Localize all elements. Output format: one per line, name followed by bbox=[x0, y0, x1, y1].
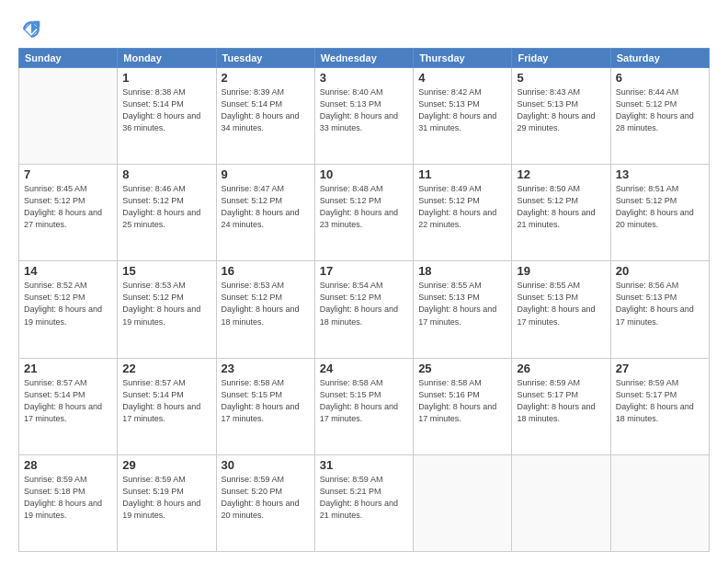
calendar-cell bbox=[512, 454, 610, 551]
day-number: 10 bbox=[320, 167, 408, 181]
calendar-cell bbox=[610, 454, 709, 551]
calendar-cell: 1 Sunrise: 8:38 AM Sunset: 5:14 PM Dayli… bbox=[118, 68, 216, 165]
calendar-cell: 24 Sunrise: 8:58 AM Sunset: 5:15 PM Dayl… bbox=[314, 358, 413, 454]
calendar-cell: 13 Sunrise: 8:51 AM Sunset: 5:12 PM Dayl… bbox=[610, 165, 709, 261]
calendar-cell: 23 Sunrise: 8:58 AM Sunset: 5:15 PM Dayl… bbox=[216, 358, 314, 454]
day-number: 31 bbox=[320, 458, 408, 472]
calendar-cell: 16 Sunrise: 8:53 AM Sunset: 5:12 PM Dayl… bbox=[216, 261, 314, 358]
calendar-table: SundayMondayTuesdayWednesdayThursdayFrid… bbox=[18, 48, 710, 552]
day-info: Sunrise: 8:39 AM Sunset: 5:14 PM Dayligh… bbox=[222, 86, 310, 134]
calendar-cell: 28 Sunrise: 8:59 AM Sunset: 5:18 PM Dayl… bbox=[19, 454, 118, 551]
day-number: 20 bbox=[616, 264, 704, 278]
calendar-cell: 3 Sunrise: 8:40 AM Sunset: 5:13 PM Dayli… bbox=[314, 68, 413, 165]
calendar-cell: 5 Sunrise: 8:43 AM Sunset: 5:13 PM Dayli… bbox=[512, 68, 610, 165]
calendar-cell: 8 Sunrise: 8:46 AM Sunset: 5:12 PM Dayli… bbox=[118, 165, 216, 261]
day-info: Sunrise: 8:56 AM Sunset: 5:13 PM Dayligh… bbox=[616, 280, 704, 327]
calendar-cell: 29 Sunrise: 8:59 AM Sunset: 5:19 PM Dayl… bbox=[118, 454, 216, 551]
calendar-cell: 19 Sunrise: 8:55 AM Sunset: 5:13 PM Dayl… bbox=[512, 261, 610, 358]
day-info: Sunrise: 8:57 AM Sunset: 5:14 PM Dayligh… bbox=[122, 377, 210, 425]
day-info: Sunrise: 8:59 AM Sunset: 5:18 PM Dayligh… bbox=[24, 474, 112, 522]
day-info: Sunrise: 8:55 AM Sunset: 5:13 PM Dayligh… bbox=[418, 280, 506, 327]
logo-icon bbox=[18, 17, 44, 42]
calendar-cell: 10 Sunrise: 8:48 AM Sunset: 5:12 PM Dayl… bbox=[314, 165, 413, 261]
day-info: Sunrise: 8:54 AM Sunset: 5:12 PM Dayligh… bbox=[320, 280, 408, 327]
day-number: 1 bbox=[122, 71, 210, 85]
calendar-cell: 2 Sunrise: 8:39 AM Sunset: 5:14 PM Dayli… bbox=[216, 68, 314, 165]
day-number: 30 bbox=[222, 458, 310, 472]
day-info: Sunrise: 8:43 AM Sunset: 5:13 PM Dayligh… bbox=[517, 86, 605, 134]
week-row-5: 28 Sunrise: 8:59 AM Sunset: 5:18 PM Dayl… bbox=[19, 454, 710, 551]
day-number: 5 bbox=[517, 71, 605, 85]
day-number: 18 bbox=[418, 264, 506, 278]
week-row-3: 14 Sunrise: 8:52 AM Sunset: 5:12 PM Dayl… bbox=[19, 261, 710, 358]
day-number: 16 bbox=[222, 264, 310, 278]
day-info: Sunrise: 8:45 AM Sunset: 5:12 PM Dayligh… bbox=[24, 183, 112, 231]
day-number: 9 bbox=[222, 167, 310, 181]
header bbox=[18, 17, 710, 42]
day-info: Sunrise: 8:44 AM Sunset: 5:12 PM Dayligh… bbox=[616, 86, 704, 134]
calendar-cell: 6 Sunrise: 8:44 AM Sunset: 5:12 PM Dayli… bbox=[610, 68, 709, 165]
day-info: Sunrise: 8:42 AM Sunset: 5:13 PM Dayligh… bbox=[418, 86, 506, 134]
weekday-header-row: SundayMondayTuesdayWednesdayThursdayFrid… bbox=[19, 49, 710, 68]
calendar-cell: 18 Sunrise: 8:55 AM Sunset: 5:13 PM Dayl… bbox=[414, 261, 512, 358]
day-number: 24 bbox=[320, 362, 408, 375]
day-info: Sunrise: 8:59 AM Sunset: 5:20 PM Dayligh… bbox=[222, 474, 310, 522]
week-row-1: 1 Sunrise: 8:38 AM Sunset: 5:14 PM Dayli… bbox=[19, 68, 710, 165]
day-number: 21 bbox=[24, 362, 112, 375]
calendar-cell: 17 Sunrise: 8:54 AM Sunset: 5:12 PM Dayl… bbox=[314, 261, 413, 358]
day-number: 15 bbox=[122, 264, 210, 278]
week-row-2: 7 Sunrise: 8:45 AM Sunset: 5:12 PM Dayli… bbox=[19, 165, 710, 261]
day-info: Sunrise: 8:50 AM Sunset: 5:12 PM Dayligh… bbox=[517, 183, 605, 231]
day-number: 3 bbox=[320, 71, 408, 85]
weekday-header-sunday: Sunday bbox=[19, 49, 118, 68]
day-info: Sunrise: 8:40 AM Sunset: 5:13 PM Dayligh… bbox=[320, 86, 408, 134]
day-info: Sunrise: 8:53 AM Sunset: 5:12 PM Dayligh… bbox=[222, 280, 310, 327]
calendar-cell: 4 Sunrise: 8:42 AM Sunset: 5:13 PM Dayli… bbox=[414, 68, 512, 165]
day-number: 28 bbox=[24, 458, 112, 472]
week-row-4: 21 Sunrise: 8:57 AM Sunset: 5:14 PM Dayl… bbox=[19, 358, 710, 454]
day-number: 8 bbox=[122, 167, 210, 181]
calendar-cell: 7 Sunrise: 8:45 AM Sunset: 5:12 PM Dayli… bbox=[19, 165, 118, 261]
calendar-cell: 9 Sunrise: 8:47 AM Sunset: 5:12 PM Dayli… bbox=[216, 165, 314, 261]
day-info: Sunrise: 8:52 AM Sunset: 5:12 PM Dayligh… bbox=[24, 280, 112, 327]
day-info: Sunrise: 8:58 AM Sunset: 5:16 PM Dayligh… bbox=[418, 377, 506, 425]
calendar-cell: 25 Sunrise: 8:58 AM Sunset: 5:16 PM Dayl… bbox=[414, 358, 512, 454]
day-number: 6 bbox=[616, 71, 704, 85]
calendar-cell: 14 Sunrise: 8:52 AM Sunset: 5:12 PM Dayl… bbox=[19, 261, 118, 358]
day-info: Sunrise: 8:59 AM Sunset: 5:17 PM Dayligh… bbox=[517, 377, 605, 425]
day-info: Sunrise: 8:59 AM Sunset: 5:21 PM Dayligh… bbox=[320, 474, 408, 522]
day-info: Sunrise: 8:59 AM Sunset: 5:19 PM Dayligh… bbox=[122, 474, 210, 522]
day-number: 23 bbox=[222, 362, 310, 375]
day-number: 26 bbox=[517, 362, 605, 375]
day-info: Sunrise: 8:48 AM Sunset: 5:12 PM Dayligh… bbox=[320, 183, 408, 231]
day-info: Sunrise: 8:55 AM Sunset: 5:13 PM Dayligh… bbox=[517, 280, 605, 327]
calendar-cell: 27 Sunrise: 8:59 AM Sunset: 5:17 PM Dayl… bbox=[610, 358, 709, 454]
day-number: 17 bbox=[320, 264, 408, 278]
day-number: 2 bbox=[222, 71, 310, 85]
logo bbox=[18, 17, 48, 42]
weekday-header-tuesday: Tuesday bbox=[216, 49, 314, 68]
day-number: 4 bbox=[418, 71, 506, 85]
day-info: Sunrise: 8:51 AM Sunset: 5:12 PM Dayligh… bbox=[616, 183, 704, 231]
day-info: Sunrise: 8:58 AM Sunset: 5:15 PM Dayligh… bbox=[320, 377, 408, 425]
calendar-cell bbox=[414, 454, 512, 551]
day-info: Sunrise: 8:57 AM Sunset: 5:14 PM Dayligh… bbox=[24, 377, 112, 425]
day-number: 11 bbox=[418, 167, 506, 181]
calendar-page: SundayMondayTuesdayWednesdayThursdayFrid… bbox=[0, 0, 728, 563]
day-info: Sunrise: 8:58 AM Sunset: 5:15 PM Dayligh… bbox=[222, 377, 310, 425]
day-info: Sunrise: 8:53 AM Sunset: 5:12 PM Dayligh… bbox=[122, 280, 210, 327]
calendar-cell bbox=[19, 68, 118, 165]
calendar-cell: 30 Sunrise: 8:59 AM Sunset: 5:20 PM Dayl… bbox=[216, 454, 314, 551]
weekday-header-saturday: Saturday bbox=[610, 49, 709, 68]
day-number: 25 bbox=[418, 362, 506, 375]
weekday-header-friday: Friday bbox=[512, 49, 610, 68]
calendar-cell: 20 Sunrise: 8:56 AM Sunset: 5:13 PM Dayl… bbox=[610, 261, 709, 358]
day-number: 14 bbox=[24, 264, 112, 278]
weekday-header-monday: Monday bbox=[118, 49, 216, 68]
day-info: Sunrise: 8:49 AM Sunset: 5:12 PM Dayligh… bbox=[418, 183, 506, 231]
day-info: Sunrise: 8:46 AM Sunset: 5:12 PM Dayligh… bbox=[122, 183, 210, 231]
day-number: 12 bbox=[517, 167, 605, 181]
calendar-cell: 21 Sunrise: 8:57 AM Sunset: 5:14 PM Dayl… bbox=[19, 358, 118, 454]
day-number: 19 bbox=[517, 264, 605, 278]
day-number: 7 bbox=[24, 167, 112, 181]
